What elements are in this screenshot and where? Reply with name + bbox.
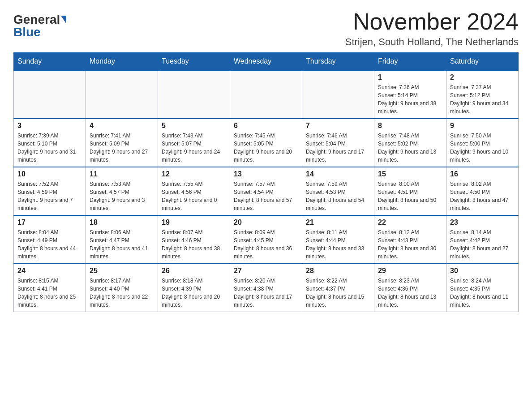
calendar-cell: 8Sunrise: 7:48 AMSunset: 5:02 PMDaylight… — [374, 119, 446, 167]
day-number: 26 — [162, 267, 226, 275]
calendar-cell: 16Sunrise: 8:02 AMSunset: 4:50 PMDayligh… — [446, 167, 519, 215]
logo: General Blue — [13, 13, 66, 39]
day-number: 17 — [17, 218, 82, 227]
week-row-3: 17Sunrise: 8:04 AMSunset: 4:49 PMDayligh… — [14, 215, 519, 264]
day-info: Sunrise: 7:45 AMSunset: 5:05 PMDaylight:… — [234, 132, 298, 164]
calendar-cell: 1Sunrise: 7:36 AMSunset: 5:14 PMDaylight… — [374, 70, 446, 119]
logo-blue-text: Blue — [13, 26, 41, 39]
week-row-4: 24Sunrise: 8:15 AMSunset: 4:41 PMDayligh… — [14, 264, 519, 312]
calendar-cell: 26Sunrise: 8:18 AMSunset: 4:39 PMDayligh… — [158, 264, 230, 312]
calendar-cell — [86, 70, 158, 119]
day-number: 2 — [450, 73, 515, 81]
day-number: 22 — [378, 218, 442, 227]
day-info: Sunrise: 8:15 AMSunset: 4:41 PMDaylight:… — [17, 277, 82, 309]
weekday-header-sunday: Sunday — [14, 53, 86, 71]
weekday-header-tuesday: Tuesday — [158, 53, 230, 71]
weekday-header-saturday: Saturday — [446, 53, 519, 71]
day-info: Sunrise: 7:48 AMSunset: 5:02 PMDaylight:… — [378, 132, 442, 164]
day-number: 23 — [450, 218, 515, 227]
calendar-cell: 18Sunrise: 8:06 AMSunset: 4:47 PMDayligh… — [86, 215, 158, 264]
day-info: Sunrise: 7:43 AMSunset: 5:07 PMDaylight:… — [162, 132, 226, 164]
day-number: 21 — [306, 218, 370, 227]
day-info: Sunrise: 7:50 AMSunset: 5:00 PMDaylight:… — [450, 132, 515, 164]
day-number: 11 — [90, 170, 154, 178]
day-number: 20 — [234, 218, 298, 227]
day-number: 16 — [450, 170, 515, 178]
calendar-cell: 19Sunrise: 8:07 AMSunset: 4:46 PMDayligh… — [158, 215, 230, 264]
week-row-1: 3Sunrise: 7:39 AMSunset: 5:10 PMDaylight… — [14, 119, 519, 167]
day-info: Sunrise: 8:17 AMSunset: 4:40 PMDaylight:… — [90, 277, 154, 309]
day-number: 3 — [17, 122, 82, 130]
calendar-cell: 28Sunrise: 8:22 AMSunset: 4:37 PMDayligh… — [302, 264, 374, 312]
weekday-header-row: SundayMondayTuesdayWednesdayThursdayFrid… — [14, 53, 519, 71]
day-number: 5 — [162, 122, 226, 130]
calendar-cell: 21Sunrise: 8:11 AMSunset: 4:44 PMDayligh… — [302, 215, 374, 264]
day-info: Sunrise: 8:14 AMSunset: 4:42 PMDaylight:… — [450, 228, 515, 261]
day-number: 15 — [378, 170, 442, 178]
calendar-cell: 13Sunrise: 7:57 AMSunset: 4:54 PMDayligh… — [230, 167, 302, 215]
day-info: Sunrise: 7:59 AMSunset: 4:53 PMDaylight:… — [306, 180, 370, 212]
month-title: November 2024 — [345, 9, 519, 34]
day-number: 13 — [234, 170, 298, 178]
logo-triangle-icon — [61, 16, 66, 24]
day-number: 12 — [162, 170, 226, 178]
day-info: Sunrise: 7:37 AMSunset: 5:12 PMDaylight:… — [450, 83, 515, 116]
calendar-cell: 27Sunrise: 8:20 AMSunset: 4:38 PMDayligh… — [230, 264, 302, 312]
day-number: 25 — [90, 267, 154, 275]
day-info: Sunrise: 8:22 AMSunset: 4:37 PMDaylight:… — [306, 277, 370, 309]
title-area: November 2024 Strijen, South Holland, Th… — [345, 9, 519, 48]
calendar-cell: 22Sunrise: 8:12 AMSunset: 4:43 PMDayligh… — [374, 215, 446, 264]
day-number: 18 — [90, 218, 154, 227]
calendar-cell: 20Sunrise: 8:09 AMSunset: 4:45 PMDayligh… — [230, 215, 302, 264]
calendar-cell — [230, 70, 302, 119]
calendar-cell: 14Sunrise: 7:59 AMSunset: 4:53 PMDayligh… — [302, 167, 374, 215]
calendar-cell: 2Sunrise: 7:37 AMSunset: 5:12 PMDaylight… — [446, 70, 519, 119]
day-info: Sunrise: 8:18 AMSunset: 4:39 PMDaylight:… — [162, 277, 226, 309]
calendar-cell: 25Sunrise: 8:17 AMSunset: 4:40 PMDayligh… — [86, 264, 158, 312]
day-info: Sunrise: 8:20 AMSunset: 4:38 PMDaylight:… — [234, 277, 298, 309]
calendar-cell: 23Sunrise: 8:14 AMSunset: 4:42 PMDayligh… — [446, 215, 519, 264]
calendar-cell: 11Sunrise: 7:53 AMSunset: 4:57 PMDayligh… — [86, 167, 158, 215]
day-info: Sunrise: 8:02 AMSunset: 4:50 PMDaylight:… — [450, 180, 515, 212]
day-info: Sunrise: 7:39 AMSunset: 5:10 PMDaylight:… — [17, 132, 82, 164]
calendar-cell: 24Sunrise: 8:15 AMSunset: 4:41 PMDayligh… — [14, 264, 86, 312]
day-number: 28 — [306, 267, 370, 275]
calendar-cell: 5Sunrise: 7:43 AMSunset: 5:07 PMDaylight… — [158, 119, 230, 167]
day-number: 29 — [378, 267, 442, 275]
page-header: General Blue November 2024 Strijen, Sout… — [13, 9, 519, 48]
day-info: Sunrise: 7:55 AMSunset: 4:56 PMDaylight:… — [162, 180, 226, 212]
weekday-header-thursday: Thursday — [302, 53, 374, 71]
day-info: Sunrise: 7:52 AMSunset: 4:59 PMDaylight:… — [17, 180, 82, 212]
day-number: 19 — [162, 218, 226, 227]
week-row-2: 10Sunrise: 7:52 AMSunset: 4:59 PMDayligh… — [14, 167, 519, 215]
calendar-cell — [14, 70, 86, 119]
day-number: 6 — [234, 122, 298, 130]
day-info: Sunrise: 7:53 AMSunset: 4:57 PMDaylight:… — [90, 180, 154, 212]
day-info: Sunrise: 8:00 AMSunset: 4:51 PMDaylight:… — [378, 180, 442, 212]
day-number: 4 — [90, 122, 154, 130]
calendar-cell: 15Sunrise: 8:00 AMSunset: 4:51 PMDayligh… — [374, 167, 446, 215]
week-row-0: 1Sunrise: 7:36 AMSunset: 5:14 PMDaylight… — [14, 70, 519, 119]
weekday-header-friday: Friday — [374, 53, 446, 71]
location-title: Strijen, South Holland, The Netherlands — [345, 36, 519, 48]
day-number: 24 — [17, 267, 82, 275]
calendar-cell — [302, 70, 374, 119]
calendar-cell: 17Sunrise: 8:04 AMSunset: 4:49 PMDayligh… — [14, 215, 86, 264]
day-info: Sunrise: 8:09 AMSunset: 4:45 PMDaylight:… — [234, 228, 298, 261]
day-info: Sunrise: 8:23 AMSunset: 4:36 PMDaylight:… — [378, 277, 442, 309]
day-number: 27 — [234, 267, 298, 275]
day-number: 10 — [17, 170, 82, 178]
day-info: Sunrise: 7:46 AMSunset: 5:04 PMDaylight:… — [306, 132, 370, 164]
day-info: Sunrise: 7:57 AMSunset: 4:54 PMDaylight:… — [234, 180, 298, 212]
day-number: 8 — [378, 122, 442, 130]
calendar-cell: 3Sunrise: 7:39 AMSunset: 5:10 PMDaylight… — [14, 119, 86, 167]
calendar-cell: 12Sunrise: 7:55 AMSunset: 4:56 PMDayligh… — [158, 167, 230, 215]
calendar-cell: 7Sunrise: 7:46 AMSunset: 5:04 PMDaylight… — [302, 119, 374, 167]
calendar-cell: 4Sunrise: 7:41 AMSunset: 5:09 PMDaylight… — [86, 119, 158, 167]
day-info: Sunrise: 8:24 AMSunset: 4:35 PMDaylight:… — [450, 277, 515, 309]
day-number: 1 — [378, 73, 442, 81]
day-info: Sunrise: 8:06 AMSunset: 4:47 PMDaylight:… — [90, 228, 154, 261]
day-info: Sunrise: 7:36 AMSunset: 5:14 PMDaylight:… — [378, 83, 442, 116]
weekday-header-monday: Monday — [86, 53, 158, 71]
calendar-table: SundayMondayTuesdayWednesdayThursdayFrid… — [13, 52, 519, 312]
